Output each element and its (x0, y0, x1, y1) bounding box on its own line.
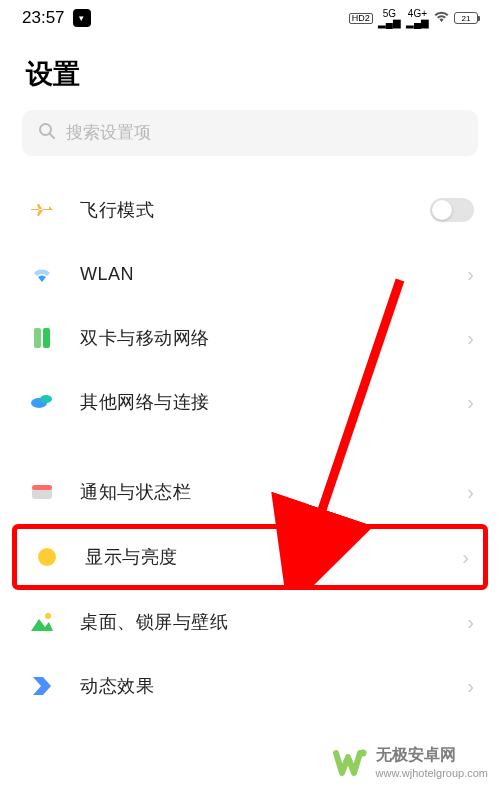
row-label: 通知与状态栏 (80, 480, 467, 504)
row-label: 动态效果 (80, 674, 467, 698)
watermark-logo-icon (330, 743, 370, 783)
row-label: WLAN (80, 264, 467, 285)
chevron-right-icon: › (467, 391, 474, 414)
row-display-brightness[interactable]: 显示与亮度 › (17, 529, 483, 585)
signal-2: 4G+▂▄▆ (406, 9, 429, 27)
search-input[interactable] (66, 123, 462, 143)
row-label: 显示与亮度 (85, 545, 462, 569)
wifi-icon (434, 11, 449, 25)
watermark: 无极安卓网 www.wjhotelgroup.com (330, 743, 489, 783)
battery-icon: 21 (454, 12, 478, 24)
sun-icon (33, 543, 61, 571)
link-icon (28, 388, 56, 416)
row-label: 双卡与移动网络 (80, 326, 467, 350)
chevron-right-icon: › (467, 327, 474, 350)
motion-icon (28, 672, 56, 700)
svg-point-9 (45, 613, 51, 619)
wallpaper-icon (28, 608, 56, 636)
row-other-network[interactable]: 其他网络与连接 › (4, 370, 496, 434)
notification-bar-icon (28, 478, 56, 506)
row-wlan[interactable]: WLAN › (4, 242, 496, 306)
watermark-url: www.wjhotelgroup.com (376, 766, 489, 780)
chevron-right-icon: › (467, 481, 474, 504)
wifi-icon (28, 260, 56, 288)
svg-rect-3 (43, 328, 50, 348)
row-label: 飞行模式 (80, 198, 430, 222)
chevron-right-icon: › (467, 675, 474, 698)
chevron-right-icon: › (467, 263, 474, 286)
notification-dropdown-icon: ▾ (73, 9, 91, 27)
row-home-lock-wallpaper[interactable]: 桌面、锁屏与壁纸 › (4, 590, 496, 654)
svg-point-11 (359, 750, 366, 757)
airplane-toggle[interactable] (430, 198, 474, 222)
page-title: 设置 (0, 32, 500, 110)
watermark-title: 无极安卓网 (376, 745, 489, 766)
search-icon (38, 122, 56, 144)
settings-list: 飞行模式 WLAN › 双卡与移动网络 › 其他网络与连接 › 通知与状态栏 › (0, 178, 500, 718)
svg-rect-2 (34, 328, 41, 348)
highlight-box: 显示与亮度 › (12, 524, 488, 590)
signal-1: 5G▂▄▆ (378, 9, 401, 27)
chevron-right-icon: › (462, 546, 469, 569)
row-label: 其他网络与连接 (80, 390, 467, 414)
search-box[interactable] (22, 110, 478, 156)
sim-icon (28, 324, 56, 352)
row-motion-effects[interactable]: 动态效果 › (4, 654, 496, 718)
airplane-icon (28, 196, 56, 224)
row-sim-network[interactable]: 双卡与移动网络 › (4, 306, 496, 370)
status-bar: 23:57 ▾ HD2 5G▂▄▆ 4G+▂▄▆ 21 (0, 0, 500, 32)
chevron-right-icon: › (467, 611, 474, 634)
hd-badge: HD2 (349, 13, 373, 24)
row-airplane-mode[interactable]: 飞行模式 (4, 178, 496, 242)
svg-point-8 (38, 548, 56, 566)
svg-line-1 (50, 134, 54, 138)
row-label: 桌面、锁屏与壁纸 (80, 610, 467, 634)
status-right: HD2 5G▂▄▆ 4G+▂▄▆ 21 (349, 9, 478, 27)
row-notifications[interactable]: 通知与状态栏 › (4, 460, 496, 524)
status-time: 23:57 (22, 8, 65, 28)
svg-point-5 (40, 395, 52, 403)
svg-rect-7 (32, 485, 52, 490)
